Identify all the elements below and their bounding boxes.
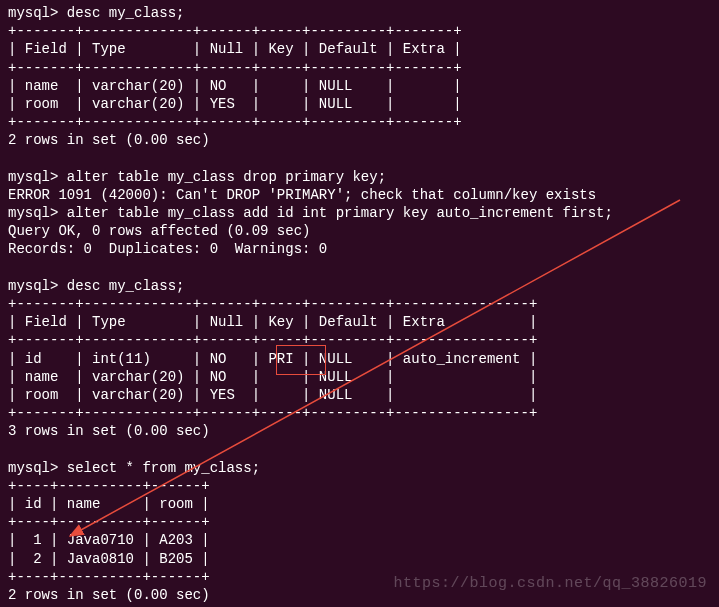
table-border: +-------+-------------+------+-----+----… bbox=[8, 331, 711, 349]
command-text: desc my_class; bbox=[67, 278, 185, 294]
mysql-prompt: mysql> bbox=[8, 169, 67, 185]
command-text: select * from my_class; bbox=[67, 460, 260, 476]
cmd-alter-add: mysql> alter table my_class add id int p… bbox=[8, 204, 711, 222]
table-row: | id | int(11) | NO | PRI | NULL | auto_… bbox=[8, 350, 711, 368]
mysql-prompt: mysql> bbox=[8, 205, 67, 221]
cmd-select: mysql> select * from my_class; bbox=[8, 459, 711, 477]
query-ok: Query OK, 0 rows affected (0.09 sec) bbox=[8, 222, 711, 240]
table-header: | id | name | room | bbox=[8, 495, 711, 513]
result-summary: 3 rows in set (0.00 sec) bbox=[8, 422, 711, 440]
records-info: Records: 0 Duplicates: 0 Warnings: 0 bbox=[8, 240, 711, 258]
command-text: alter table my_class drop primary key; bbox=[67, 169, 386, 185]
table-row: | 1 | Java0710 | A203 | bbox=[8, 531, 711, 549]
error-message: ERROR 1091 (42000): Can't DROP 'PRIMARY'… bbox=[8, 186, 711, 204]
table-border: +----+----------+------+ bbox=[8, 477, 711, 495]
table-row: | name | varchar(20) | NO | | NULL | | bbox=[8, 368, 711, 386]
cmd-desc-2: mysql> desc my_class; bbox=[8, 277, 711, 295]
table-border: +-------+-------------+------+-----+----… bbox=[8, 404, 711, 422]
table-row: | room | varchar(20) | YES | | NULL | | bbox=[8, 95, 711, 113]
mysql-prompt: mysql> bbox=[8, 460, 67, 476]
csdn-watermark: https://blog.csdn.net/qq_38826019 bbox=[393, 574, 707, 594]
blank-line bbox=[8, 150, 711, 168]
table-row: | name | varchar(20) | NO | | NULL | | bbox=[8, 77, 711, 95]
table-header: | Field | Type | Null | Key | Default | … bbox=[8, 313, 711, 331]
table-row: | 2 | Java0810 | B205 | bbox=[8, 550, 711, 568]
table-header: | Field | Type | Null | Key | Default | … bbox=[8, 40, 711, 58]
blank-line bbox=[8, 259, 711, 277]
table-border: +-------+-------------+------+-----+----… bbox=[8, 113, 711, 131]
table-border: +-------+-------------+------+-----+----… bbox=[8, 295, 711, 313]
table-border: +-------+-------------+------+-----+----… bbox=[8, 59, 711, 77]
command-text: alter table my_class add id int primary … bbox=[67, 205, 613, 221]
command-text: desc my_class; bbox=[67, 5, 185, 21]
cmd-alter-drop: mysql> alter table my_class drop primary… bbox=[8, 168, 711, 186]
table-border: +-------+-------------+------+-----+----… bbox=[8, 22, 711, 40]
blank-line bbox=[8, 441, 711, 459]
result-summary: 2 rows in set (0.00 sec) bbox=[8, 131, 711, 149]
cmd-desc-1: mysql> desc my_class; bbox=[8, 4, 711, 22]
mysql-prompt: mysql> bbox=[8, 278, 67, 294]
table-row: | room | varchar(20) | YES | | NULL | | bbox=[8, 386, 711, 404]
table-border: +----+----------+------+ bbox=[8, 513, 711, 531]
mysql-prompt: mysql> bbox=[8, 5, 67, 21]
